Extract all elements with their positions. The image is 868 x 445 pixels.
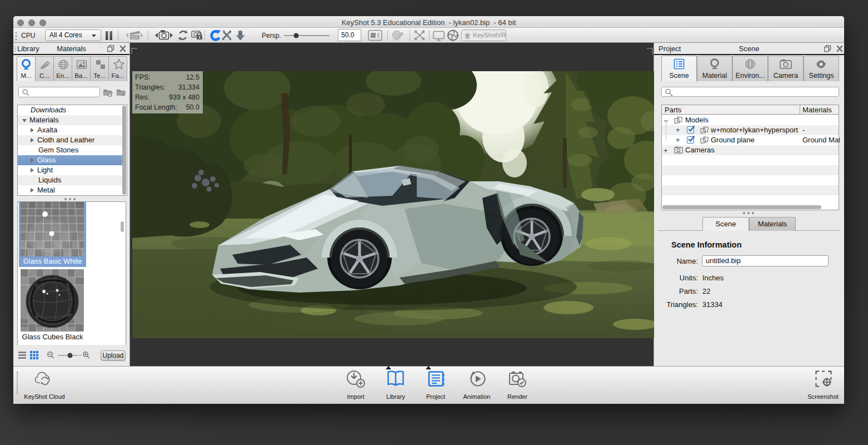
svg-text:FPS:: FPS: — [135, 73, 151, 81]
svg-text:939 x 480: 939 x 480 — [169, 93, 199, 101]
svg-text:50.0: 50.0 — [186, 103, 199, 111]
svg-text:Focal Length:: Focal Length: — [135, 103, 177, 111]
svg-text:P: P — [451, 33, 455, 38]
svg-text:Res:: Res: — [135, 93, 149, 101]
svg-text:KeyShotVR: KeyShotVR — [473, 32, 506, 38]
svg-text:Triangles:: Triangles: — [135, 83, 165, 91]
svg-text:12.5: 12.5 — [186, 73, 199, 81]
svg-text:31,334: 31,334 — [178, 83, 199, 91]
